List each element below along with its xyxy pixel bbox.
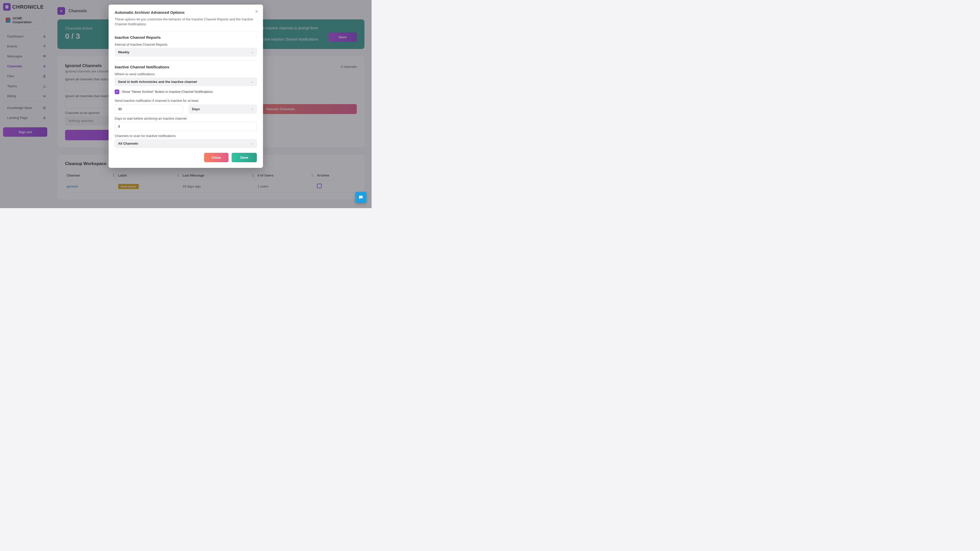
field-label: Interval of Inactive Channel Reports bbox=[115, 43, 257, 46]
never-archive-checkbox[interactable]: ✓ bbox=[115, 89, 119, 94]
chevron-down-icon: ⌄ bbox=[251, 80, 254, 83]
field-label: Where to send notifications bbox=[115, 72, 257, 76]
select-value: Weekly bbox=[118, 50, 130, 54]
select-value: All Channels bbox=[118, 141, 138, 145]
chevron-down-icon: ⌄ bbox=[251, 50, 254, 54]
save-button[interactable]: Save bbox=[231, 153, 257, 162]
select-value: Send in both #chronicles and the inactiv… bbox=[118, 80, 197, 84]
field-label: Days to wait before archiving an inactiv… bbox=[115, 117, 257, 121]
close-icon[interactable]: × bbox=[255, 9, 258, 14]
chat-icon bbox=[358, 195, 363, 200]
modal-title: Automatic Archiver Advanced Options bbox=[115, 10, 257, 14]
where-to-send-select[interactable]: Send in both #chronicles and the inactiv… bbox=[115, 78, 257, 86]
chat-fab[interactable] bbox=[355, 192, 366, 203]
divider bbox=[115, 60, 257, 61]
channels-to-scan-select[interactable]: All Channels ⌄ bbox=[115, 139, 257, 148]
chevron-down-icon: ⌄ bbox=[251, 107, 254, 111]
field-label: Send inactive notification if channel is… bbox=[115, 99, 257, 103]
interval-select[interactable]: Weekly ⌄ bbox=[115, 48, 257, 56]
section-heading-notifications: Inactive Channel Notifications bbox=[115, 65, 257, 69]
never-archive-label: Show "Never Archive" Button in Inactive … bbox=[122, 90, 213, 94]
inactive-unit-select[interactable]: Days ⌄ bbox=[189, 105, 257, 114]
divider bbox=[115, 31, 257, 31]
close-button[interactable]: Close bbox=[204, 153, 228, 162]
select-value: Days bbox=[192, 107, 200, 111]
inactive-duration-input[interactable] bbox=[115, 105, 183, 114]
days-to-wait-input[interactable] bbox=[115, 122, 257, 131]
field-label: Channels to scan for inactive notificati… bbox=[115, 134, 257, 138]
section-heading-reports: Inactive Channel Reports bbox=[115, 35, 257, 40]
chevron-down-icon: ⌄ bbox=[251, 141, 254, 145]
archiver-advanced-options-modal: Automatic Archiver Advanced Options × Th… bbox=[109, 5, 263, 168]
modal-description: These options let you customize the beha… bbox=[115, 17, 257, 27]
